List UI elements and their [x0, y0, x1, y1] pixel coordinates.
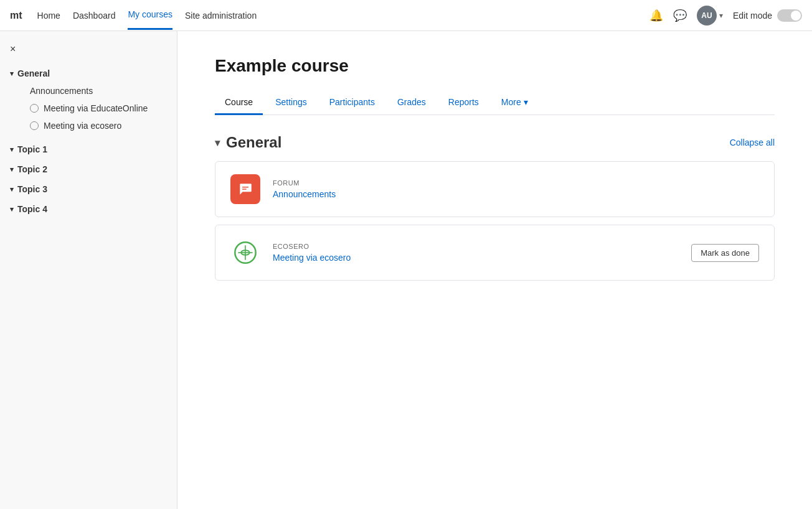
nav-site-admin[interactable]: Site administration	[185, 2, 257, 29]
sidebar-topic-1-label: Topic 1	[17, 144, 47, 154]
ecosero-icon	[230, 238, 260, 268]
tabs: Course Settings Participants Grades Repo…	[215, 91, 775, 115]
topic4-chevron-icon: ▾	[10, 205, 14, 213]
announcements-content: FORUM Announcements	[273, 179, 759, 199]
page-title: Example course	[215, 56, 775, 76]
section-header: ▾ General Collapse all	[215, 134, 775, 151]
meeting-educateonline-circle-icon	[30, 104, 39, 113]
sidebar-item-meeting-ecosero[interactable]: Meeting via ecosero	[10, 117, 167, 134]
ecosero-content: ECOSERO Meeting via ecosero	[273, 243, 679, 263]
nav-right: 🔔 💬 AU ▾ Edit mode	[649, 6, 802, 26]
sidebar-general-section: ▾ General Announcements Meeting via Educ…	[0, 60, 177, 139]
tab-reports[interactable]: Reports	[438, 91, 489, 115]
meeting-ecosero-circle-icon	[30, 121, 39, 130]
course-item-ecosero: ECOSERO Meeting via ecosero Mark as done	[215, 225, 775, 281]
sidebar-topic-2-label: Topic 2	[17, 164, 47, 174]
sidebar-general-group[interactable]: ▾ General	[10, 65, 167, 82]
sidebar-topic-3[interactable]: ▾ Topic 3	[0, 179, 177, 199]
tab-more[interactable]: More ▾	[491, 91, 538, 115]
ecosero-type: ECOSERO	[273, 243, 679, 250]
section-chevron-icon[interactable]: ▾	[215, 137, 220, 149]
tab-participants[interactable]: Participants	[319, 91, 385, 115]
forum-icon	[230, 174, 260, 204]
sidebar-item-announcements[interactable]: Announcements	[10, 82, 167, 100]
sidebar-item-meeting-educateonline[interactable]: Meeting via EducateOnline	[10, 100, 167, 117]
edit-mode-toggle[interactable]	[777, 9, 802, 22]
announcements-title[interactable]: Announcements	[273, 189, 336, 199]
avatar-chevron-icon: ▾	[719, 11, 723, 20]
sidebar-announcements-label: Announcements	[30, 86, 93, 96]
chat-icon[interactable]: 💬	[673, 9, 687, 22]
sidebar-topic-2[interactable]: ▾ Topic 2	[0, 159, 177, 179]
edit-mode: Edit mode	[733, 9, 802, 22]
avatar-wrapper[interactable]: AU ▾	[697, 6, 723, 26]
avatar[interactable]: AU	[697, 6, 717, 26]
collapse-all-button[interactable]: Collapse all	[730, 138, 775, 147]
general-chevron-icon: ▾	[10, 70, 14, 78]
sidebar: × ▾ General Announcements Meeting via Ed…	[0, 31, 177, 509]
topic2-chevron-icon: ▾	[10, 166, 14, 174]
sidebar-general-label: General	[17, 68, 50, 78]
topic1-chevron-icon: ▾	[10, 146, 14, 154]
top-nav: mt Home Dashboard My courses Site admini…	[0, 0, 812, 31]
section-title: ▾ General	[215, 134, 281, 151]
tab-settings[interactable]: Settings	[265, 91, 317, 115]
sidebar-meeting-ecosero-label: Meeting via ecosero	[44, 121, 121, 131]
section-general-title: General	[226, 134, 281, 151]
tab-grades[interactable]: Grades	[387, 91, 436, 115]
course-item-announcements: FORUM Announcements	[215, 161, 775, 217]
nav-my-courses[interactable]: My courses	[128, 1, 172, 30]
edit-mode-label: Edit mode	[733, 11, 772, 21]
nav-home[interactable]: Home	[37, 2, 60, 29]
sidebar-close-button[interactable]: ×	[0, 39, 177, 60]
mark-as-done-button[interactable]: Mark as done	[691, 244, 759, 262]
topic3-chevron-icon: ▾	[10, 185, 14, 194]
nav-dashboard[interactable]: Dashboard	[73, 2, 116, 29]
sidebar-topic-4[interactable]: ▾ Topic 4	[0, 199, 177, 219]
nav-brand: mt	[10, 10, 22, 21]
sidebar-topic-4-label: Topic 4	[17, 204, 47, 214]
sidebar-meeting-educateonline-label: Meeting via EducateOnline	[44, 103, 148, 113]
notification-icon[interactable]: 🔔	[649, 9, 663, 22]
announcements-type: FORUM	[273, 179, 759, 187]
ecosero-title[interactable]: Meeting via ecosero	[273, 253, 351, 263]
sidebar-topic-3-label: Topic 3	[17, 184, 47, 194]
nav-links: Home Dashboard My courses Site administr…	[37, 1, 257, 30]
layout: × ▾ General Announcements Meeting via Ed…	[0, 31, 812, 509]
main-content: Example course Course Settings Participa…	[177, 31, 812, 509]
sidebar-topic-1[interactable]: ▾ Topic 1	[0, 139, 177, 159]
tab-course[interactable]: Course	[215, 91, 263, 115]
